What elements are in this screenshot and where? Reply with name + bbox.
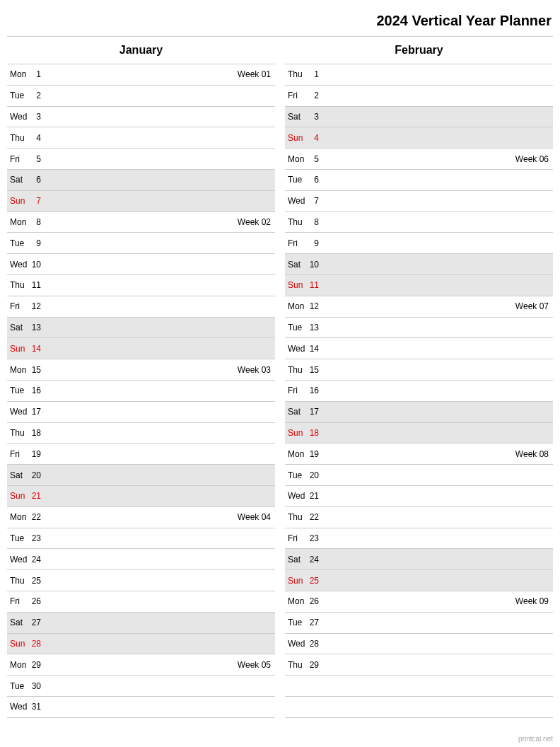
month-column-february: February Thu1Fri2Sat3Sun4Mon5Week 06Tue6… [285, 37, 553, 718]
day-number: 17 [30, 407, 42, 417]
day-row: Mon29Week 05 [7, 654, 275, 676]
day-of-week: Fri [288, 386, 308, 395]
day-row: Mon12Week 07 [285, 296, 553, 318]
day-number: 31 [30, 702, 42, 712]
day-row: Mon19Week 08 [285, 444, 553, 465]
day-number: 7 [308, 196, 320, 206]
day-row: Mon5Week 06 [285, 149, 553, 170]
day-number: 16 [308, 386, 320, 395]
day-number: 26 [308, 596, 320, 606]
day-row: Tue6 [285, 170, 553, 191]
day-number: 28 [308, 639, 320, 649]
day-label: Mon12 [285, 301, 322, 311]
day-row: Thu18 [7, 423, 275, 444]
day-row: Thu29 [285, 654, 553, 676]
day-of-week: Sun [10, 639, 30, 649]
day-number: 8 [308, 217, 320, 227]
day-row: Tue27 [285, 613, 553, 634]
day-number: 2 [308, 91, 320, 100]
day-note: Week 04 [44, 512, 275, 522]
day-number: 9 [30, 238, 42, 248]
day-of-week: Sat [288, 260, 308, 270]
day-number: 19 [308, 449, 320, 459]
day-of-week: Tue [10, 91, 30, 100]
day-label: Sat20 [7, 470, 44, 480]
day-row: Mon8Week 02 [7, 212, 275, 233]
day-label: Sun11 [285, 280, 322, 290]
day-number: 15 [308, 365, 320, 375]
day-label: Fri2 [285, 91, 322, 100]
day-of-week: Fri [10, 154, 30, 164]
day-number: 29 [308, 660, 320, 670]
day-of-week: Mon [288, 154, 308, 164]
day-label: Wed10 [7, 260, 44, 270]
day-of-week: Fri [10, 449, 30, 459]
day-number: 30 [30, 681, 42, 691]
day-of-week: Tue [288, 323, 308, 332]
day-row: Tue16 [7, 381, 275, 402]
day-number: 24 [30, 555, 42, 564]
day-of-week: Sat [10, 470, 30, 480]
day-of-week: Wed [10, 702, 30, 712]
day-number: 19 [30, 449, 42, 459]
day-of-week: Thu [288, 365, 308, 375]
day-row: Wed28 [285, 634, 553, 655]
day-number: 22 [30, 512, 42, 522]
day-of-week: Wed [288, 196, 308, 206]
day-row: Wed21 [285, 486, 553, 507]
day-label: Wed31 [7, 702, 44, 712]
day-row: Sun28 [7, 634, 275, 655]
day-row: Fri16 [285, 381, 553, 402]
day-row [285, 676, 553, 697]
day-row: Sat6 [7, 170, 275, 191]
day-row: Fri2 [285, 86, 553, 107]
day-of-week: Wed [288, 344, 308, 354]
day-of-week: Wed [10, 555, 30, 564]
day-label: Sun25 [285, 576, 322, 586]
day-number: 14 [308, 344, 320, 354]
day-number: 4 [308, 133, 320, 143]
month-header: January [7, 37, 275, 64]
day-label: Fri16 [285, 386, 322, 395]
day-label: Tue13 [285, 323, 322, 332]
day-note: Week 05 [44, 660, 275, 670]
day-row: Sun18 [285, 423, 553, 444]
day-of-week: Thu [288, 69, 308, 79]
day-label: Thu22 [285, 512, 322, 522]
day-label: Thu1 [285, 69, 322, 79]
day-note: Week 08 [322, 449, 553, 459]
day-label: Tue30 [7, 681, 44, 691]
day-row: Sat3 [285, 107, 553, 128]
day-row: Mon22Week 04 [7, 507, 275, 528]
day-of-week: Fri [288, 533, 308, 543]
day-of-week: Fri [10, 301, 30, 311]
day-row: Tue2 [7, 86, 275, 107]
day-number: 5 [30, 154, 42, 164]
day-label: Wed7 [285, 196, 322, 206]
day-number: 3 [308, 112, 320, 122]
day-of-week: Thu [288, 660, 308, 670]
day-of-week: Sat [288, 407, 308, 417]
day-row: Sat24 [285, 549, 553, 570]
day-of-week: Wed [10, 112, 30, 122]
day-row: Fri9 [285, 233, 553, 254]
day-label: Mon1 [7, 69, 44, 79]
day-row: Sat20 [7, 465, 275, 486]
day-number: 21 [308, 491, 320, 501]
day-number: 8 [30, 217, 42, 227]
day-row: Thu1 [285, 64, 553, 86]
day-of-week: Tue [288, 470, 308, 480]
month-rows: Thu1Fri2Sat3Sun4Mon5Week 06Tue6Wed7Thu8F… [285, 64, 553, 718]
day-row: Tue13 [285, 318, 553, 339]
day-row: Sat13 [7, 318, 275, 339]
day-number: 12 [30, 301, 42, 311]
day-of-week: Fri [10, 596, 30, 606]
day-row: Fri5 [7, 149, 275, 170]
day-number: 23 [308, 533, 320, 543]
day-label: Thu4 [7, 133, 44, 143]
day-number: 21 [30, 491, 42, 501]
day-of-week: Wed [10, 407, 30, 417]
day-label: Thu11 [7, 280, 44, 290]
day-row: Fri26 [7, 591, 275, 613]
day-number: 17 [308, 407, 320, 417]
